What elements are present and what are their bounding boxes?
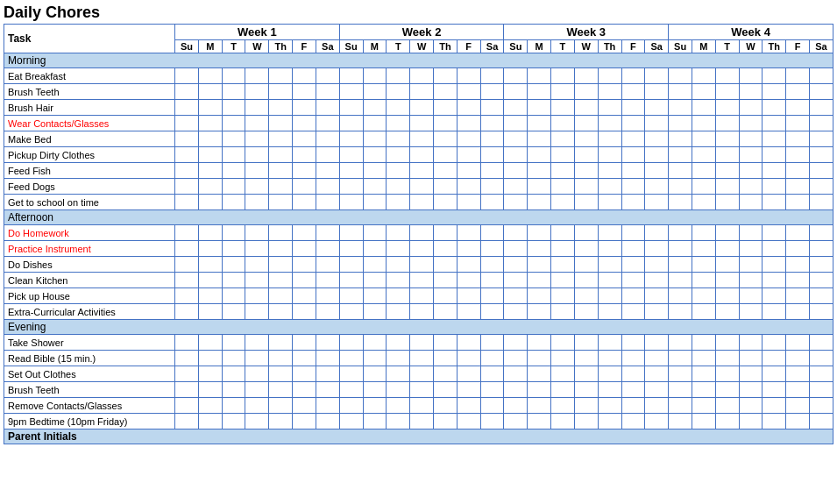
- check-cell[interactable]: [316, 257, 339, 273]
- check-cell[interactable]: [692, 414, 715, 429]
- check-cell[interactable]: [645, 68, 669, 84]
- check-cell[interactable]: [222, 163, 245, 179]
- check-cell[interactable]: [480, 100, 504, 116]
- check-cell[interactable]: [363, 414, 387, 429]
- check-cell[interactable]: [598, 179, 621, 195]
- check-cell[interactable]: [715, 116, 739, 131]
- check-cell[interactable]: [621, 195, 645, 210]
- check-cell[interactable]: [739, 147, 763, 163]
- check-cell[interactable]: [598, 398, 621, 414]
- check-cell[interactable]: [645, 84, 669, 100]
- check-cell[interactable]: [786, 68, 810, 84]
- check-cell[interactable]: [457, 225, 480, 241]
- check-cell[interactable]: [504, 414, 528, 429]
- check-cell[interactable]: [410, 382, 434, 398]
- check-cell[interactable]: [645, 179, 669, 195]
- check-cell[interactable]: [551, 273, 575, 288]
- check-cell[interactable]: [786, 163, 810, 179]
- check-cell[interactable]: [504, 241, 528, 257]
- check-cell[interactable]: [692, 304, 715, 320]
- check-cell[interactable]: [293, 100, 316, 116]
- check-cell[interactable]: [621, 84, 645, 100]
- check-cell[interactable]: [621, 131, 645, 147]
- check-cell[interactable]: [480, 382, 504, 398]
- check-cell[interactable]: [810, 116, 833, 131]
- check-cell[interactable]: [763, 288, 786, 304]
- check-cell[interactable]: [692, 147, 715, 163]
- check-cell[interactable]: [410, 273, 434, 288]
- check-cell[interactable]: [669, 304, 692, 320]
- check-cell[interactable]: [269, 131, 293, 147]
- check-cell[interactable]: [739, 163, 763, 179]
- check-cell[interactable]: [480, 131, 504, 147]
- check-cell[interactable]: [175, 195, 199, 210]
- check-cell[interactable]: [293, 288, 316, 304]
- check-cell[interactable]: [621, 163, 645, 179]
- check-cell[interactable]: [387, 257, 410, 273]
- check-cell[interactable]: [410, 131, 434, 147]
- check-cell[interactable]: [504, 100, 528, 116]
- check-cell[interactable]: [763, 116, 786, 131]
- check-cell[interactable]: [574, 116, 598, 131]
- check-cell[interactable]: [763, 414, 786, 429]
- check-cell[interactable]: [457, 100, 480, 116]
- check-cell[interactable]: [363, 68, 387, 84]
- check-cell[interactable]: [551, 68, 575, 84]
- check-cell[interactable]: [410, 366, 434, 382]
- check-cell[interactable]: [669, 398, 692, 414]
- check-cell[interactable]: [387, 179, 410, 195]
- check-cell[interactable]: [645, 351, 669, 366]
- check-cell[interactable]: [410, 257, 434, 273]
- check-cell[interactable]: [175, 335, 199, 351]
- check-cell[interactable]: [175, 366, 199, 382]
- check-cell[interactable]: [645, 241, 669, 257]
- check-cell[interactable]: [621, 100, 645, 116]
- check-cell[interactable]: [786, 257, 810, 273]
- check-cell[interactable]: [339, 225, 363, 241]
- check-cell[interactable]: [528, 68, 551, 84]
- check-cell[interactable]: [363, 351, 387, 366]
- check-cell[interactable]: [551, 382, 575, 398]
- check-cell[interactable]: [480, 68, 504, 84]
- check-cell[interactable]: [363, 304, 387, 320]
- check-cell[interactable]: [551, 304, 575, 320]
- check-cell[interactable]: [387, 414, 410, 429]
- check-cell[interactable]: [574, 257, 598, 273]
- check-cell[interactable]: [598, 195, 621, 210]
- check-cell[interactable]: [387, 335, 410, 351]
- check-cell[interactable]: [387, 116, 410, 131]
- check-cell[interactable]: [269, 116, 293, 131]
- check-cell[interactable]: [528, 398, 551, 414]
- check-cell[interactable]: [198, 335, 222, 351]
- check-cell[interactable]: [528, 335, 551, 351]
- check-cell[interactable]: [786, 147, 810, 163]
- check-cell[interactable]: [339, 414, 363, 429]
- check-cell[interactable]: [786, 100, 810, 116]
- check-cell[interactable]: [410, 100, 434, 116]
- check-cell[interactable]: [245, 241, 269, 257]
- check-cell[interactable]: [551, 351, 575, 366]
- check-cell[interactable]: [316, 288, 339, 304]
- check-cell[interactable]: [551, 100, 575, 116]
- check-cell[interactable]: [504, 257, 528, 273]
- check-cell[interactable]: [269, 147, 293, 163]
- check-cell[interactable]: [480, 414, 504, 429]
- check-cell[interactable]: [810, 398, 833, 414]
- check-cell[interactable]: [316, 68, 339, 84]
- check-cell[interactable]: [810, 257, 833, 273]
- check-cell[interactable]: [433, 304, 457, 320]
- check-cell[interactable]: [198, 147, 222, 163]
- check-cell[interactable]: [551, 335, 575, 351]
- check-cell[interactable]: [222, 147, 245, 163]
- check-cell[interactable]: [339, 68, 363, 84]
- check-cell[interactable]: [387, 366, 410, 382]
- check-cell[interactable]: [574, 163, 598, 179]
- check-cell[interactable]: [763, 304, 786, 320]
- check-cell[interactable]: [457, 273, 480, 288]
- check-cell[interactable]: [457, 304, 480, 320]
- check-cell[interactable]: [574, 147, 598, 163]
- check-cell[interactable]: [715, 335, 739, 351]
- check-cell[interactable]: [410, 288, 434, 304]
- check-cell[interactable]: [293, 116, 316, 131]
- check-cell[interactable]: [245, 382, 269, 398]
